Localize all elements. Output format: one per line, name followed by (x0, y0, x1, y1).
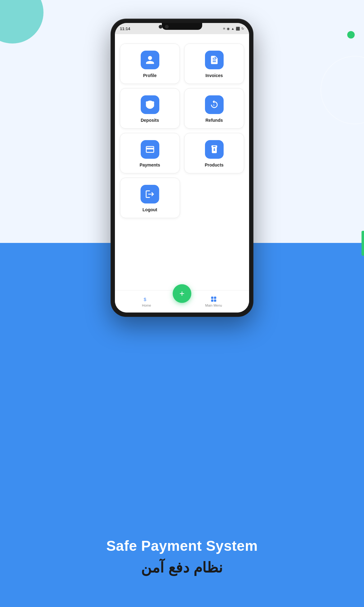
svg-rect-4 (211, 299, 213, 302)
status-time: 11:14 (120, 26, 130, 31)
phone-camera-left (159, 25, 162, 29)
signal-icon: ◉ (227, 27, 230, 31)
products-label: Products (205, 162, 224, 167)
menu-item-invoices[interactable]: Invoices (184, 43, 244, 84)
nav-home-label: Home (142, 304, 151, 307)
bluetooth-icon: ✳ (223, 27, 225, 31)
phone-mockup: 11:14 ✳ ◉ ▲ ⬛ ↻ (111, 19, 253, 317)
menu-item-deposits[interactable]: Deposits (120, 88, 180, 129)
menu-item-refunds[interactable]: $ Refunds (184, 88, 244, 129)
menu-item-payments[interactable]: Payments (120, 133, 180, 173)
side-accent-bar (362, 231, 364, 256)
wifi-icon: ▲ (231, 27, 234, 30)
bottom-text-section: Safe Payment System نظام دفع آمن (0, 537, 364, 576)
logout-icon-wrap (141, 185, 159, 203)
invoices-label: Invoices (205, 73, 223, 78)
svg-rect-5 (214, 299, 216, 302)
menu-item-logout[interactable]: Logout (120, 178, 180, 218)
svg-text:$: $ (213, 104, 215, 107)
bottom-nav: $ Home + Main Menu (115, 290, 249, 313)
logout-label: Logout (143, 207, 157, 212)
home-icon: $ (143, 296, 150, 303)
nav-main-menu[interactable]: Main Menu (205, 296, 222, 307)
profile-label: Profile (143, 73, 157, 78)
arabic-tagline: نظام دفع آمن (0, 559, 364, 576)
payments-label: Payments (139, 162, 160, 167)
payments-icon (145, 144, 155, 154)
circle-decoration-green (347, 31, 355, 39)
fab-button[interactable]: + (173, 284, 191, 303)
refunds-icon-wrap: $ (205, 95, 224, 114)
refunds-icon: $ (209, 100, 219, 110)
english-tagline: Safe Payment System (0, 537, 364, 554)
battery-icon: ⬛ (236, 27, 240, 31)
svg-text:$: $ (144, 297, 146, 302)
status-icons: ✳ ◉ ▲ ⬛ ↻ (223, 27, 244, 31)
phone-screen: 11:14 ✳ ◉ ▲ ⬛ ↻ (115, 23, 249, 313)
refunds-label: Refunds (206, 118, 223, 123)
svg-rect-3 (214, 297, 216, 299)
menu-item-profile[interactable]: Profile (120, 43, 180, 84)
invoices-icon (209, 55, 219, 65)
fab-plus-icon: + (180, 289, 184, 298)
app-content: Profile Invoices (115, 34, 249, 290)
grid-icon (210, 296, 217, 303)
profile-icon-wrap (141, 51, 159, 69)
logout-icon (145, 189, 155, 199)
nav-home[interactable]: $ Home (142, 296, 151, 307)
phone-camera-right (165, 25, 169, 29)
payments-icon-wrap (141, 140, 159, 159)
svg-rect-2 (211, 297, 213, 299)
menu-grid: Profile Invoices (120, 40, 244, 221)
phone-body: 11:14 ✳ ◉ ▲ ⬛ ↻ (111, 19, 253, 317)
nav-menu-label: Main Menu (205, 304, 222, 307)
products-icon-wrap (205, 140, 224, 159)
profile-icon (145, 55, 155, 65)
invoices-icon-wrap (205, 51, 224, 69)
products-icon (209, 144, 219, 154)
deposits-icon (145, 100, 155, 110)
refresh-icon: ↻ (241, 27, 244, 31)
menu-item-products[interactable]: Products (184, 133, 244, 173)
deposits-icon-wrap (141, 95, 159, 114)
deposits-label: Deposits (141, 118, 159, 123)
